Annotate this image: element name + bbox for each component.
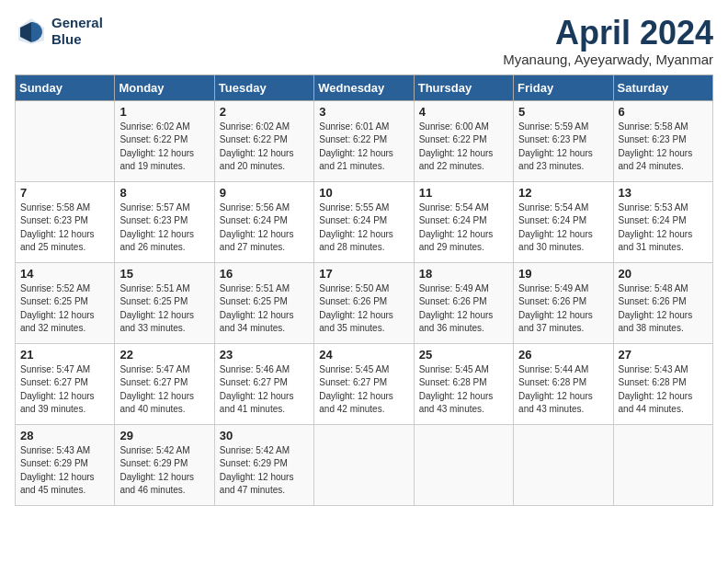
day-number: 7 xyxy=(20,186,109,200)
calendar-cell: 17Sunrise: 5:50 AM Sunset: 6:26 PM Dayli… xyxy=(314,262,414,343)
calendar-cell: 30Sunrise: 5:42 AM Sunset: 6:29 PM Dayli… xyxy=(214,424,313,505)
calendar-cell: 8Sunrise: 5:57 AM Sunset: 6:23 PM Daylig… xyxy=(115,181,214,262)
day-number: 3 xyxy=(319,105,408,119)
day-info: Sunrise: 5:44 AM Sunset: 6:28 PM Dayligh… xyxy=(518,363,608,417)
calendar-cell: 15Sunrise: 5:51 AM Sunset: 6:25 PM Dayli… xyxy=(115,262,214,343)
calendar-table: SundayMondayTuesdayWednesdayThursdayFrid… xyxy=(15,75,713,506)
calendar-cell: 26Sunrise: 5:44 AM Sunset: 6:28 PM Dayli… xyxy=(514,343,613,424)
day-number: 14 xyxy=(20,267,109,281)
header: General Blue April 2024 Myanaung, Ayeyar… xyxy=(15,15,713,67)
day-info: Sunrise: 6:01 AM Sunset: 6:22 PM Dayligh… xyxy=(319,121,408,174)
day-info: Sunrise: 5:42 AM Sunset: 6:29 PM Dayligh… xyxy=(119,444,209,498)
day-info: Sunrise: 6:02 AM Sunset: 6:22 PM Dayligh… xyxy=(119,121,209,174)
calendar-cell xyxy=(514,424,613,505)
day-number: 6 xyxy=(619,105,708,119)
day-info: Sunrise: 6:00 AM Sunset: 6:22 PM Dayligh… xyxy=(419,121,508,174)
day-number: 11 xyxy=(419,186,508,200)
day-number: 28 xyxy=(20,429,109,442)
header-sunday: Sunday xyxy=(16,75,115,100)
header-tuesday: Tuesday xyxy=(214,75,313,100)
calendar-week-row: 1Sunrise: 6:02 AM Sunset: 6:22 PM Daylig… xyxy=(16,100,713,181)
calendar-cell: 7Sunrise: 5:58 AM Sunset: 6:23 PM Daylig… xyxy=(16,181,115,262)
day-number: 26 xyxy=(518,348,608,362)
day-info: Sunrise: 5:53 AM Sunset: 6:24 PM Dayligh… xyxy=(619,201,708,255)
calendar-week-row: 28Sunrise: 5:43 AM Sunset: 6:29 PM Dayli… xyxy=(16,424,713,505)
header-saturday: Saturday xyxy=(613,75,712,100)
calendar-week-row: 14Sunrise: 5:52 AM Sunset: 6:25 PM Dayli… xyxy=(16,262,713,343)
day-number: 25 xyxy=(419,348,508,362)
day-info: Sunrise: 5:49 AM Sunset: 6:26 PM Dayligh… xyxy=(518,282,608,336)
day-info: Sunrise: 5:55 AM Sunset: 6:24 PM Dayligh… xyxy=(319,201,408,255)
calendar-cell: 6Sunrise: 5:58 AM Sunset: 6:23 PM Daylig… xyxy=(613,100,712,181)
day-number: 23 xyxy=(220,348,309,362)
day-info: Sunrise: 5:49 AM Sunset: 6:26 PM Dayligh… xyxy=(419,282,508,336)
day-info: Sunrise: 5:48 AM Sunset: 6:26 PM Dayligh… xyxy=(619,282,708,336)
day-info: Sunrise: 5:57 AM Sunset: 6:23 PM Dayligh… xyxy=(119,201,209,255)
calendar-cell: 12Sunrise: 5:54 AM Sunset: 6:24 PM Dayli… xyxy=(514,181,613,262)
day-info: Sunrise: 5:45 AM Sunset: 6:28 PM Dayligh… xyxy=(419,363,508,417)
calendar-cell: 25Sunrise: 5:45 AM Sunset: 6:28 PM Dayli… xyxy=(414,343,513,424)
calendar-cell: 5Sunrise: 5:59 AM Sunset: 6:23 PM Daylig… xyxy=(514,100,613,181)
day-number: 12 xyxy=(518,186,608,200)
logo: General Blue xyxy=(15,15,103,48)
calendar-cell: 11Sunrise: 5:54 AM Sunset: 6:24 PM Dayli… xyxy=(414,181,513,262)
calendar-week-row: 7Sunrise: 5:58 AM Sunset: 6:23 PM Daylig… xyxy=(16,181,713,262)
calendar-cell: 19Sunrise: 5:49 AM Sunset: 6:26 PM Dayli… xyxy=(514,262,613,343)
day-info: Sunrise: 5:42 AM Sunset: 6:29 PM Dayligh… xyxy=(220,444,309,498)
calendar-cell: 13Sunrise: 5:53 AM Sunset: 6:24 PM Dayli… xyxy=(613,181,712,262)
day-number: 10 xyxy=(319,186,408,200)
day-number: 30 xyxy=(220,429,309,442)
day-info: Sunrise: 5:50 AM Sunset: 6:26 PM Dayligh… xyxy=(319,282,408,336)
day-number: 16 xyxy=(220,267,309,281)
day-info: Sunrise: 5:51 AM Sunset: 6:25 PM Dayligh… xyxy=(220,282,309,336)
calendar-cell xyxy=(613,424,712,505)
day-info: Sunrise: 6:02 AM Sunset: 6:22 PM Dayligh… xyxy=(220,121,309,174)
day-number: 1 xyxy=(119,105,209,119)
day-number: 21 xyxy=(20,348,109,362)
logo-icon xyxy=(15,15,48,48)
header-friday: Friday xyxy=(514,75,613,100)
calendar-cell: 4Sunrise: 6:00 AM Sunset: 6:22 PM Daylig… xyxy=(414,100,513,181)
day-number: 15 xyxy=(119,267,209,281)
calendar-cell: 9Sunrise: 5:56 AM Sunset: 6:24 PM Daylig… xyxy=(214,181,313,262)
calendar-cell: 20Sunrise: 5:48 AM Sunset: 6:26 PM Dayli… xyxy=(613,262,712,343)
day-number: 4 xyxy=(419,105,508,119)
day-info: Sunrise: 5:47 AM Sunset: 6:27 PM Dayligh… xyxy=(119,363,209,417)
day-number: 27 xyxy=(619,348,708,362)
day-number: 20 xyxy=(619,267,708,281)
location-subtitle: Myanaung, Ayeyarwady, Myanmar xyxy=(503,52,713,67)
day-info: Sunrise: 5:58 AM Sunset: 6:23 PM Dayligh… xyxy=(20,201,109,255)
day-info: Sunrise: 5:54 AM Sunset: 6:24 PM Dayligh… xyxy=(419,201,508,255)
title-block: April 2024 Myanaung, Ayeyarwady, Myanmar xyxy=(503,15,713,67)
header-monday: Monday xyxy=(115,75,214,100)
day-number: 19 xyxy=(518,267,608,281)
calendar-cell xyxy=(16,100,115,181)
day-info: Sunrise: 5:59 AM Sunset: 6:23 PM Dayligh… xyxy=(518,121,608,174)
day-info: Sunrise: 5:46 AM Sunset: 6:27 PM Dayligh… xyxy=(220,363,309,417)
calendar-cell: 28Sunrise: 5:43 AM Sunset: 6:29 PM Dayli… xyxy=(16,424,115,505)
calendar-cell: 3Sunrise: 6:01 AM Sunset: 6:22 PM Daylig… xyxy=(314,100,414,181)
day-number: 24 xyxy=(319,348,408,362)
day-number: 17 xyxy=(319,267,408,281)
day-info: Sunrise: 5:52 AM Sunset: 6:25 PM Dayligh… xyxy=(20,282,109,336)
calendar-cell: 22Sunrise: 5:47 AM Sunset: 6:27 PM Dayli… xyxy=(115,343,214,424)
day-info: Sunrise: 5:45 AM Sunset: 6:27 PM Dayligh… xyxy=(319,363,408,417)
day-info: Sunrise: 5:58 AM Sunset: 6:23 PM Dayligh… xyxy=(619,121,708,174)
day-number: 2 xyxy=(220,105,309,119)
day-number: 18 xyxy=(419,267,508,281)
calendar-cell xyxy=(314,424,414,505)
calendar-cell: 10Sunrise: 5:55 AM Sunset: 6:24 PM Dayli… xyxy=(314,181,414,262)
logo-text: General Blue xyxy=(51,15,103,48)
header-wednesday: Wednesday xyxy=(314,75,414,100)
calendar-cell: 14Sunrise: 5:52 AM Sunset: 6:25 PM Dayli… xyxy=(16,262,115,343)
day-info: Sunrise: 5:51 AM Sunset: 6:25 PM Dayligh… xyxy=(119,282,209,336)
calendar-cell: 27Sunrise: 5:43 AM Sunset: 6:28 PM Dayli… xyxy=(613,343,712,424)
calendar-cell: 16Sunrise: 5:51 AM Sunset: 6:25 PM Dayli… xyxy=(214,262,313,343)
day-info: Sunrise: 5:43 AM Sunset: 6:29 PM Dayligh… xyxy=(20,444,109,498)
calendar-cell: 29Sunrise: 5:42 AM Sunset: 6:29 PM Dayli… xyxy=(115,424,214,505)
day-number: 22 xyxy=(119,348,209,362)
day-info: Sunrise: 5:54 AM Sunset: 6:24 PM Dayligh… xyxy=(518,201,608,255)
day-number: 13 xyxy=(619,186,708,200)
calendar-cell: 24Sunrise: 5:45 AM Sunset: 6:27 PM Dayli… xyxy=(314,343,414,424)
day-number: 29 xyxy=(119,429,209,442)
